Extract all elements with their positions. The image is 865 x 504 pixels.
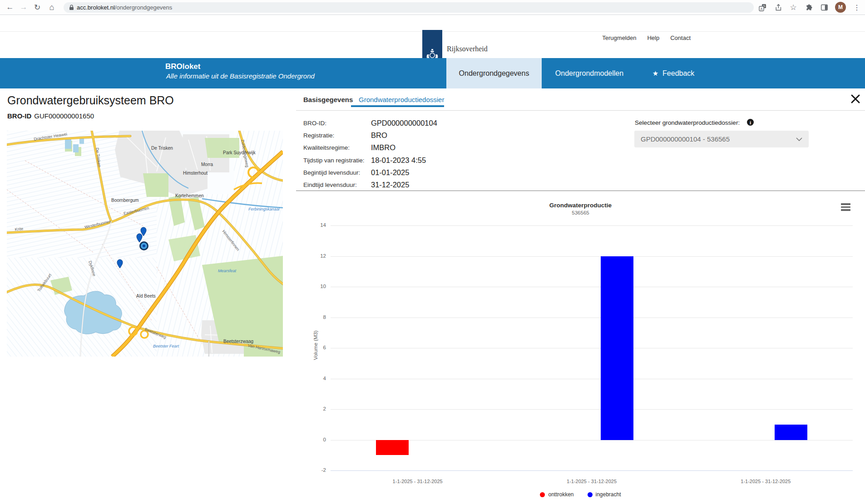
grondwaterproductie-chart: Grondwaterproductie 536565 Volume (M3) o… <box>296 193 865 504</box>
bar-ingebracht[interactable] <box>601 256 633 440</box>
side-panel-icon[interactable] <box>820 3 829 12</box>
topographic-map[interactable]: De TriskenPark SuyderwijkMorraHimsterhou… <box>7 131 283 357</box>
info-icon[interactable]: i <box>747 119 754 126</box>
star-icon: ★ <box>652 69 658 78</box>
gridline <box>331 348 853 348</box>
browser-actions: GA ☆ M ⋮ <box>758 0 861 15</box>
logo-wordmark: Rijksoverheid <box>447 45 488 53</box>
dossier-select[interactable]: GPD000000000104 - 536565 <box>634 131 809 147</box>
dossier-selector-label: Selecteer grondwaterproductiedossier: <box>635 119 740 126</box>
header-link-terugmelden[interactable]: Terugmelden <box>602 34 636 41</box>
tab-label: Ondergrondmodellen <box>555 69 623 78</box>
menu-dots-icon[interactable]: ⋮ <box>852 3 861 12</box>
map-label: Ferbiningskanaal <box>248 207 280 211</box>
bro-id-label: BRO-ID <box>7 112 31 120</box>
page-title: Grondwatergebruiksysteem BRO <box>7 94 174 107</box>
x-axis-label: 1-1-2025 - 31-12-2025 <box>725 479 806 484</box>
legend-dot-icon <box>540 492 545 497</box>
header-links: TerugmeldenHelpContact <box>602 34 691 41</box>
close-icon[interactable] <box>850 93 862 105</box>
y-tick-label: 10 <box>306 284 326 289</box>
field-row: Eindtijd levensduur:31-12-2025 <box>303 179 437 191</box>
legend-dot-icon <box>588 492 593 497</box>
map-label: Ald Beets <box>136 294 156 298</box>
forward-icon[interactable]: → <box>17 1 30 14</box>
url-domain: acc.broloket.nl <box>77 4 115 11</box>
svg-text:A: A <box>760 6 762 10</box>
map-label: Morra <box>201 162 213 167</box>
reload-icon[interactable]: ↻ <box>31 1 44 14</box>
gridline <box>331 409 853 410</box>
field-row: BRO-ID:GPD000000000104 <box>303 117 437 129</box>
field-value: IMBRO <box>371 143 395 152</box>
field-label: Kwaliteitsregime: <box>303 144 371 151</box>
brand-name[interactable]: BROloket <box>165 62 200 71</box>
map-canvas[interactable]: De TriskenPark SuyderwijkMorraHimsterhou… <box>7 131 283 357</box>
map-label: De Trisken <box>151 146 173 151</box>
brand-tagline: Alle informatie uit de Basisregistratie … <box>166 72 315 80</box>
tab-ondergrondmodellen[interactable]: Ondergrondmodellen <box>542 58 637 88</box>
gridline <box>331 379 853 379</box>
field-row: Tijdstip van registratie:18-01-2023 4:55 <box>303 154 437 166</box>
map-label: Boornbergum <box>111 198 139 203</box>
translate-icon[interactable]: GA <box>758 3 767 12</box>
map-label: Kortehemmen <box>175 193 204 198</box>
field-label: Eindtijd levensduur: <box>303 181 371 188</box>
main-navbar: BROloket Alle informatie uit de Basisreg… <box>0 58 865 88</box>
y-tick-label: 0 <box>306 437 326 442</box>
y-tick-label: 8 <box>306 314 326 320</box>
tab-basisgegevens[interactable]: Basisgegevens <box>303 96 353 103</box>
gridline <box>331 440 853 440</box>
map-marker-cluster-icon[interactable] <box>140 242 148 250</box>
chart-menu-icon[interactable] <box>841 203 850 212</box>
share-icon[interactable] <box>773 3 782 12</box>
profile-avatar[interactable]: M <box>835 2 846 13</box>
x-axis-label: 1-1-2025 - 31-12-2025 <box>377 479 459 484</box>
bar-onttrokken[interactable] <box>376 440 409 455</box>
map-label: Park Suyderwijk <box>223 150 256 155</box>
map-label: Mearsfeat <box>218 269 237 273</box>
field-row: Registratie:BRO <box>303 129 437 142</box>
tab-grondwaterproductiedossier[interactable]: Grondwaterproductiedossier <box>359 96 444 103</box>
field-row: Kwaliteitsregime:IMBRO <box>303 142 437 154</box>
field-value: BRO <box>371 131 387 140</box>
field-label: Begintijd levensduur: <box>303 169 371 176</box>
address-bar[interactable]: acc.broloket.nl/ondergrondgegevens <box>64 2 754 13</box>
dossier-select-value: GPD000000000104 - 536565 <box>641 131 730 147</box>
tab-label: Feedback <box>662 69 694 78</box>
bro-id-value: GUF000000001650 <box>34 112 94 120</box>
bookmark-star-icon[interactable]: ☆ <box>789 3 798 12</box>
field-value: 01-01-2025 <box>371 168 409 177</box>
tabs-divider <box>296 110 865 111</box>
y-tick-label: 12 <box>306 253 326 259</box>
field-label: Tijdstip van registratie: <box>303 157 371 164</box>
legend-item-ingebracht[interactable]: ingebracht <box>588 491 621 498</box>
chart-legend: onttrokkeningebracht <box>296 491 865 498</box>
lock-icon <box>69 5 74 10</box>
field-value: 31-12-2025 <box>371 181 409 189</box>
section-divider <box>296 191 865 191</box>
tab-feedback[interactable]: ★ Feedback <box>637 58 710 88</box>
chart-title: Grondwaterproductie <box>296 202 865 209</box>
bar-ingebracht[interactable] <box>775 425 807 440</box>
header-link-help[interactable]: Help <box>647 34 659 41</box>
map-label: Himsterhout <box>183 171 208 176</box>
field-value: 18-01-2023 4:55 <box>371 156 426 165</box>
gridline <box>331 225 853 226</box>
gridline <box>331 470 853 471</box>
legend-item-onttrokken[interactable]: onttrokken <box>540 491 573 498</box>
extensions-icon[interactable] <box>804 3 813 12</box>
tab-ondergrondgegevens[interactable]: Ondergrondgegevens <box>446 58 542 88</box>
field-label: BRO-ID: <box>303 120 371 127</box>
gridline <box>331 318 853 318</box>
map-label: Beetster Feart <box>153 344 179 348</box>
y-tick-label: 2 <box>306 406 326 411</box>
site-header: TerugmeldenHelpContact Rijksoverheid <box>0 15 865 58</box>
legend-label: ingebracht <box>596 491 621 498</box>
gridline <box>331 287 853 287</box>
header-link-contact[interactable]: Contact <box>670 34 691 41</box>
home-icon[interactable]: ⌂ <box>45 1 58 14</box>
map-label: Krite <box>15 226 23 232</box>
back-icon[interactable]: ← <box>4 1 16 14</box>
y-tick-label: 4 <box>306 376 326 381</box>
